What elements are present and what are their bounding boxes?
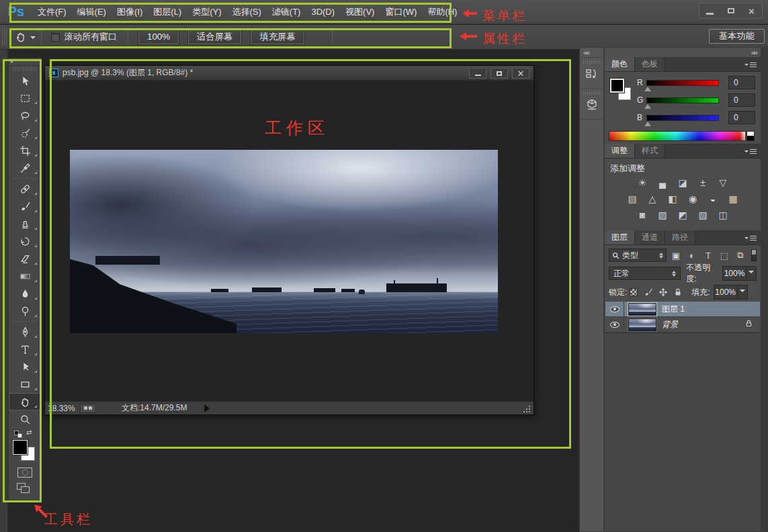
- maximize-button[interactable]: [720, 3, 741, 18]
- tab-layers[interactable]: 图层: [605, 230, 635, 245]
- menu-edit[interactable]: 编辑(E): [74, 1, 110, 24]
- menu-select[interactable]: 选择(S): [228, 1, 264, 24]
- tab-styles[interactable]: 样式: [635, 144, 665, 158]
- lock-position-button[interactable]: [656, 287, 670, 298]
- resize-grip[interactable]: [523, 404, 532, 413]
- fill-screen-button[interactable]: 填充屏幕: [251, 30, 304, 44]
- menu-help[interactable]: 帮助(H): [424, 1, 460, 24]
- tab-paths[interactable]: 路径: [665, 230, 695, 245]
- tool-crop[interactable]: [9, 142, 41, 159]
- workspace-switcher-button[interactable]: 基本功能: [709, 29, 765, 44]
- channel-mixer-icon[interactable]: ◒: [706, 193, 720, 205]
- menu-filter[interactable]: 滤镜(T): [269, 1, 304, 24]
- tool-pen[interactable]: [9, 323, 41, 341]
- color-spectrum-ramp[interactable]: [609, 131, 746, 141]
- blue-value-field[interactable]: 0: [728, 111, 755, 124]
- menu-file[interactable]: 文件(F): [34, 1, 70, 24]
- screen-mode-button[interactable]: [9, 480, 41, 496]
- doc-minimize-button[interactable]: [469, 68, 486, 79]
- menu-view[interactable]: 视图(V): [342, 1, 378, 24]
- posterize-icon[interactable]: ▨: [656, 210, 670, 221]
- properties-panel-button[interactable]: [580, 89, 603, 120]
- doc-maximize-button[interactable]: [490, 68, 508, 79]
- filter-shape-layers-icon[interactable]: ⬚: [716, 251, 732, 261]
- panel-menu-icon[interactable]: [744, 235, 757, 242]
- tool-eyedropper[interactable]: [9, 159, 41, 177]
- filter-smart-objects-icon[interactable]: ⧉: [732, 250, 749, 261]
- scroll-all-windows-checkbox[interactable]: [51, 33, 60, 42]
- menu-layer[interactable]: 图层(L): [150, 1, 185, 24]
- tool-path-select[interactable]: [9, 358, 41, 375]
- green-value-field[interactable]: 0: [728, 93, 755, 107]
- layer-thumbnail[interactable]: [628, 318, 656, 331]
- zoom-100-button[interactable]: 100%: [138, 30, 179, 44]
- visibility-toggle[interactable]: [605, 317, 624, 332]
- color-balance-icon[interactable]: △: [646, 193, 660, 205]
- blend-mode-dropdown[interactable]: 正常: [609, 267, 681, 280]
- tool-move[interactable]: [9, 72, 41, 89]
- brightness-contrast-icon[interactable]: ☀: [636, 177, 650, 189]
- layer-name[interactable]: 图层 1: [662, 304, 685, 315]
- tool-hand[interactable]: [9, 393, 41, 410]
- tab-color[interactable]: 颜色: [605, 57, 635, 71]
- menu-image[interactable]: 图像(I): [114, 1, 146, 24]
- black-white-icon[interactable]: ◧: [666, 193, 680, 205]
- options-grip[interactable]: [2, 28, 7, 46]
- tool-history-brush[interactable]: [9, 232, 41, 250]
- lock-all-button[interactable]: [671, 287, 685, 298]
- tab-swatches[interactable]: 色板: [635, 57, 665, 71]
- menu-type[interactable]: 类型(Y): [189, 1, 224, 24]
- green-slider[interactable]: [646, 97, 719, 103]
- exposure-icon[interactable]: ±: [696, 177, 710, 189]
- canvas-image[interactable]: [70, 150, 498, 333]
- doc-close-button[interactable]: ✕: [512, 68, 529, 79]
- spectrum-black-swatch[interactable]: [746, 136, 755, 141]
- tools-panel-grip[interactable]: [13, 67, 36, 71]
- tool-zoom[interactable]: [9, 410, 41, 428]
- fit-screen-button[interactable]: 适合屏幕: [188, 30, 241, 44]
- invert-icon[interactable]: ◙: [636, 210, 650, 221]
- tool-shape[interactable]: [9, 375, 41, 393]
- levels-icon[interactable]: ▄: [656, 177, 670, 189]
- collapse-panels-button[interactable]: »»: [605, 48, 761, 58]
- layer-row-layer1[interactable]: 图层 1: [605, 302, 760, 317]
- foreground-color-swatch[interactable]: [610, 79, 624, 93]
- opacity-dropdown[interactable]: [746, 267, 756, 280]
- tools-panel-collapse[interactable]: ▸: [9, 58, 41, 66]
- menu-3d[interactable]: 3D(D): [308, 1, 338, 24]
- layer-row-background[interactable]: 背景: [605, 317, 760, 332]
- slider-thumb[interactable]: [644, 101, 651, 109]
- opacity-field[interactable]: 100%: [722, 266, 757, 281]
- tool-eraser[interactable]: [9, 250, 41, 267]
- filter-adjustment-layers-icon[interactable]: ◐: [684, 251, 700, 261]
- tool-gradient[interactable]: [9, 267, 41, 285]
- visibility-toggle[interactable]: [605, 302, 624, 316]
- vibrance-icon[interactable]: ▽: [716, 177, 730, 189]
- color-lookup-icon[interactable]: ▦: [726, 193, 740, 205]
- tool-quick-select[interactable]: [9, 124, 41, 142]
- layer-filter-dropdown[interactable]: 类型: [609, 249, 667, 262]
- status-zoom-field[interactable]: 18.33%: [48, 404, 80, 413]
- tool-brush[interactable]: [9, 197, 41, 215]
- fill-field[interactable]: 100%: [714, 285, 748, 300]
- red-slider[interactable]: [646, 80, 719, 86]
- tool-type[interactable]: [9, 341, 41, 358]
- tab-adjustments[interactable]: 调整: [605, 144, 635, 158]
- filter-pixel-layers-icon[interactable]: ▣: [668, 251, 684, 261]
- layer-thumbnail[interactable]: [628, 303, 656, 316]
- photo-filter-icon[interactable]: ◉: [686, 193, 700, 205]
- slider-thumb[interactable]: [644, 118, 651, 126]
- swap-colors-button[interactable]: ⇄: [9, 428, 41, 439]
- hue-saturation-icon[interactable]: ▤: [626, 193, 640, 205]
- status-flyout-arrow-icon[interactable]: [204, 404, 214, 412]
- blue-slider[interactable]: [646, 115, 719, 121]
- history-panel-button[interactable]: [580, 58, 603, 89]
- active-tool-preset[interactable]: [15, 31, 36, 43]
- panel-menu-icon[interactable]: [744, 62, 757, 69]
- close-button[interactable]: ×: [741, 3, 762, 18]
- foreground-color-swatch[interactable]: [13, 440, 28, 455]
- threshold-icon[interactable]: ◩: [676, 210, 690, 221]
- menu-window[interactable]: 窗口(W): [382, 1, 420, 24]
- tool-lasso[interactable]: [9, 107, 41, 124]
- fill-dropdown[interactable]: [737, 285, 747, 299]
